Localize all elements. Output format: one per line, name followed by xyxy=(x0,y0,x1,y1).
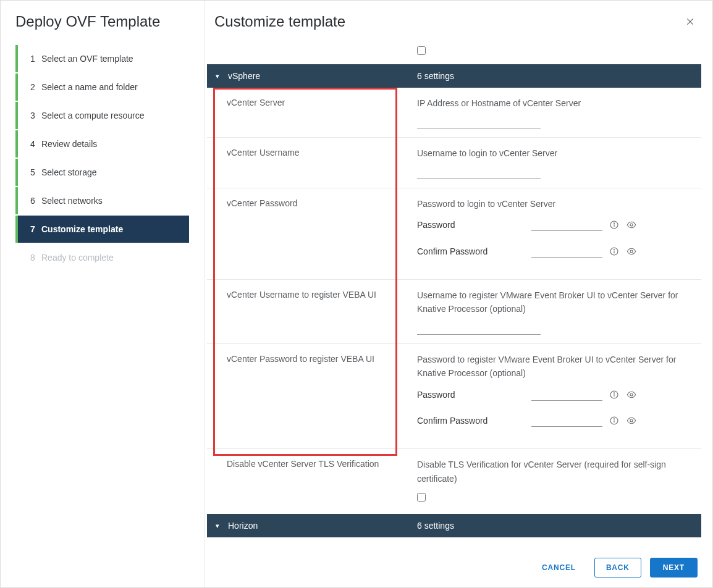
desc-vcenter-server: IP Address or Hostname of vCenter Server xyxy=(417,98,581,108)
wizard-footer: CANCEL BACK NEXT xyxy=(205,547,712,587)
step-label: Select an OVF template xyxy=(41,54,133,64)
wizard-step-4[interactable]: 4Review details xyxy=(15,130,189,158)
desc-vcenter-username: Username to login to vCenter Server xyxy=(417,148,557,158)
label-veba-password: vCenter Password to register VEBA UI xyxy=(207,353,417,440)
svg-point-11 xyxy=(614,393,614,393)
row-vcenter-server: vCenter Server IP Address or Hostname of… xyxy=(207,88,701,138)
cancel-button[interactable]: CANCEL xyxy=(532,558,586,577)
step-number: 3 xyxy=(30,111,41,120)
wizard-steps: 1Select an OVF template2Select a name an… xyxy=(1,45,204,271)
desc-disable-tls: Disable TLS Verification for vCenter Ser… xyxy=(417,460,666,483)
svg-point-7 xyxy=(614,250,614,250)
section-summary: 6 settings xyxy=(417,71,701,81)
next-button[interactable]: NEXT xyxy=(650,558,698,578)
wizard-step-3[interactable]: 3Select a compute resource xyxy=(15,102,189,129)
label-password: Password xyxy=(417,218,531,232)
page-title: Customize template xyxy=(214,13,345,30)
wizard-step-1[interactable]: 1Select an OVF template xyxy=(15,45,189,72)
desc-veba-username: Username to register VMware Event Broker… xyxy=(417,290,678,314)
step-label: Customize template xyxy=(41,224,123,234)
svg-point-13 xyxy=(630,393,633,396)
label-veba-username: vCenter Username to register VEBA UI xyxy=(207,288,417,335)
row-horizon-enable: Enable Horizon Event Provider Enable Hor… xyxy=(207,537,701,547)
wizard-sidebar: Deploy OVF Template 1Select an OVF templ… xyxy=(1,1,205,587)
svg-point-15 xyxy=(614,419,614,419)
wizard-content: Customize template ▾ vSphere xyxy=(205,1,712,587)
label-confirm-password: Confirm Password xyxy=(417,245,531,258)
wizard-title: Deploy OVF Template xyxy=(1,13,204,45)
step-label: Review details xyxy=(41,139,97,149)
label-vcenter-password: vCenter Password xyxy=(207,197,417,271)
input-vcenter-username[interactable] xyxy=(417,167,541,179)
vsphere-settings: vCenter Server IP Address or Hostname of… xyxy=(207,88,701,514)
label-horizon-enable: Enable Horizon Event Provider xyxy=(207,546,417,547)
content-header: Customize template xyxy=(205,1,712,41)
eye-icon[interactable] xyxy=(626,219,637,230)
input-veba-username[interactable] xyxy=(417,322,541,335)
step-label: Select networks xyxy=(41,196,103,206)
step-label: Select a name and folder xyxy=(41,82,138,92)
svg-point-5 xyxy=(630,224,633,226)
wizard-step-2[interactable]: 2Select a name and folder xyxy=(15,74,189,101)
deploy-ovf-wizard: Deploy OVF Template 1Select an OVF templ… xyxy=(0,0,713,588)
content-scroll[interactable]: ▾ vSphere 6 settings vCenter Server IP A… xyxy=(205,41,712,547)
step-label: Select a compute resource xyxy=(41,111,145,120)
svg-point-9 xyxy=(630,250,633,253)
input-veba-password[interactable] xyxy=(531,388,602,401)
main-area: Deploy OVF Template 1Select an OVF templ… xyxy=(1,1,712,587)
row-veba-password: vCenter Password to register VEBA UI Pas… xyxy=(207,344,701,450)
step-number: 8 xyxy=(30,253,41,262)
wizard-step-5[interactable]: 5Select storage xyxy=(15,159,189,186)
input-vcenter-password[interactable] xyxy=(531,219,602,231)
chevron-down-icon: ▾ xyxy=(216,72,224,80)
checkbox-disable-tls[interactable] xyxy=(417,493,426,502)
wizard-step-8: 8Ready to complete xyxy=(15,244,189,271)
desc-veba-password: Password to register VMware Event Broker… xyxy=(417,355,676,378)
label-vcenter-username: vCenter Username xyxy=(207,146,417,178)
wizard-step-7[interactable]: 7Customize template xyxy=(15,216,189,243)
eye-icon[interactable] xyxy=(626,246,637,257)
label-disable-tls: Disable vCenter Server TLS Verification xyxy=(207,458,417,505)
step-number: 6 xyxy=(30,196,41,206)
input-vcenter-password-confirm[interactable] xyxy=(531,245,602,258)
section-header-horizon[interactable]: ▾ Horizon 6 settings xyxy=(207,514,701,537)
back-button[interactable]: BACK xyxy=(594,558,641,578)
wizard-step-6[interactable]: 6Select networks xyxy=(15,187,189,214)
step-number: 7 xyxy=(30,224,41,234)
svg-point-3 xyxy=(614,223,614,224)
info-icon[interactable] xyxy=(609,389,620,400)
prev-setting-checkbox[interactable] xyxy=(417,46,426,55)
step-number: 5 xyxy=(30,167,41,177)
section-summary: 6 settings xyxy=(417,521,701,531)
info-icon[interactable] xyxy=(609,219,620,230)
desc-vcenter-password: Password to login to vCenter Server xyxy=(417,199,555,209)
row-veba-username: vCenter Username to register VEBA UI Use… xyxy=(207,280,701,344)
chevron-down-icon: ▾ xyxy=(216,522,224,530)
close-icon[interactable] xyxy=(683,14,698,29)
row-disable-tls: Disable vCenter Server TLS Verification … xyxy=(207,449,701,514)
input-veba-password-confirm[interactable] xyxy=(531,414,602,427)
label-confirm-password: Confirm Password xyxy=(417,414,531,427)
info-icon[interactable] xyxy=(609,246,620,257)
input-vcenter-server[interactable] xyxy=(417,116,541,128)
info-icon[interactable] xyxy=(609,415,620,426)
eye-icon[interactable] xyxy=(626,415,637,426)
label-vcenter-server: vCenter Server xyxy=(207,96,417,128)
step-number: 4 xyxy=(30,139,41,149)
step-label: Select storage xyxy=(41,167,97,177)
prev-setting-checkbox-row xyxy=(207,41,701,64)
step-label: Ready to complete xyxy=(41,253,114,262)
row-vcenter-password: vCenter Password Password to login to vC… xyxy=(207,188,701,280)
step-number: 1 xyxy=(30,54,41,64)
svg-point-17 xyxy=(630,419,633,422)
eye-icon[interactable] xyxy=(626,389,637,400)
row-vcenter-username: vCenter Username Username to login to vC… xyxy=(207,138,701,188)
step-number: 2 xyxy=(30,82,41,92)
section-title: Horizon xyxy=(228,521,258,531)
label-password: Password xyxy=(417,388,531,401)
section-header-vsphere[interactable]: ▾ vSphere 6 settings xyxy=(207,64,701,88)
section-title: vSphere xyxy=(228,71,260,81)
